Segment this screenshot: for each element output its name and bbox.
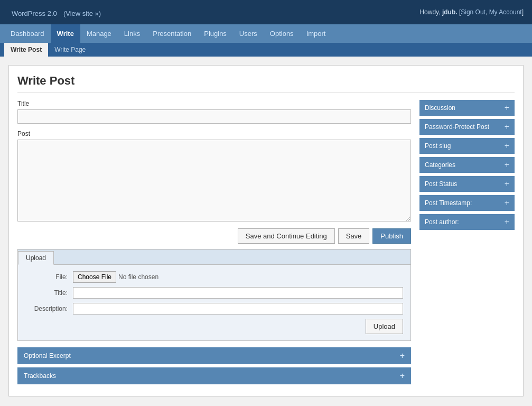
bottom-panels: Optional Excerpt + Trackbacks + <box>17 347 411 384</box>
subnav-write-post[interactable]: Write Post <box>4 43 48 57</box>
save-button[interactable]: Save <box>338 228 370 244</box>
nav-dashboard[interactable]: Dashboard <box>4 24 51 43</box>
password-protect-label: Password-Protect Post <box>425 123 489 131</box>
upload-body: File: Choose File No file chosen Title: … <box>18 264 410 340</box>
discussion-header[interactable]: Discussion + <box>419 100 515 116</box>
sub-nav: Write Post Write Page <box>0 43 532 57</box>
discussion-plus-icon: + <box>505 103 509 113</box>
site-title-text: WordPress 2.0 <box>12 10 57 17</box>
post-textarea[interactable] <box>17 140 411 222</box>
file-label: File: <box>25 273 73 281</box>
action-buttons: Save and Continue Editing Save Publish <box>17 228 411 244</box>
nav-presentation[interactable]: Presentation <box>146 24 198 43</box>
post-timestamp-header[interactable]: Post Timestamp: + <box>419 195 515 211</box>
categories-panel: Categories + <box>419 157 515 173</box>
post-label: Post <box>17 130 411 137</box>
password-protect-header[interactable]: Password-Protect Post + <box>419 119 515 135</box>
post-timestamp-plus-icon: + <box>505 198 509 208</box>
categories-plus-icon: + <box>505 160 509 170</box>
optional-excerpt-panel[interactable]: Optional Excerpt + <box>17 347 411 364</box>
save-continue-button[interactable]: Save and Continue Editing <box>238 228 335 244</box>
optional-excerpt-label: Optional Excerpt <box>24 352 71 359</box>
upload-submit-row: Upload <box>25 319 403 334</box>
upload-title-row: Title: <box>25 287 403 299</box>
post-slug-header[interactable]: Post slug + <box>419 138 515 154</box>
post-author-plus-icon: + <box>505 217 509 227</box>
nav-manage[interactable]: Manage <box>80 24 118 43</box>
post-timestamp-panel: Post Timestamp: + <box>419 195 515 211</box>
username-text: jdub. <box>442 8 458 16</box>
trackbacks-label: Trackbacks <box>24 372 56 380</box>
post-status-panel: Post Status + <box>419 176 515 192</box>
post-timestamp-label: Post Timestamp: <box>425 199 472 207</box>
upload-section: Upload File: Choose File No file chosen … <box>17 249 411 341</box>
upload-desc-label: Description: <box>25 305 73 312</box>
title-label: Title <box>17 100 411 107</box>
choose-file-button[interactable]: Choose File <box>73 271 116 283</box>
password-protect-plus-icon: + <box>505 122 509 132</box>
nav-users[interactable]: Users <box>233 24 264 43</box>
upload-title-label: Title: <box>25 289 73 297</box>
sign-out-link[interactable]: Sign Out <box>461 8 486 16</box>
post-author-panel: Post author: + <box>419 214 515 230</box>
categories-header[interactable]: Categories + <box>419 157 515 173</box>
sidebar: Discussion + Password-Protect Post + Pos… <box>419 100 515 387</box>
categories-label: Categories <box>425 161 455 169</box>
post-slug-panel: Post slug + <box>419 138 515 154</box>
main-left: Title Post Save and Continue Editing Sav… <box>17 100 411 387</box>
trackbacks-panel[interactable]: Trackbacks + <box>17 367 411 384</box>
upload-button[interactable]: Upload <box>366 319 403 334</box>
post-status-header[interactable]: Post Status + <box>419 176 515 192</box>
upload-desc-row: Description: <box>25 303 403 315</box>
title-input[interactable] <box>17 109 411 124</box>
post-slug-plus-icon: + <box>505 141 509 151</box>
post-author-label: Post author: <box>425 218 459 226</box>
view-site-link[interactable]: (View site ») <box>63 10 101 17</box>
discussion-panel: Discussion + <box>419 100 515 116</box>
post-status-label: Post Status <box>425 180 457 188</box>
nav-options[interactable]: Options <box>264 24 300 43</box>
publish-button[interactable]: Publish <box>372 228 411 244</box>
no-file-label: No file chosen <box>118 273 158 281</box>
write-post-container: Write Post Title Post Save and Continue … <box>8 65 524 396</box>
site-title: WordPress 2.0 (View site ») <box>8 5 101 19</box>
site-header: WordPress 2.0 (View site ») Howdy, jdub.… <box>0 0 532 24</box>
nav-links[interactable]: Links <box>118 24 146 43</box>
upload-desc-input[interactable] <box>73 303 403 315</box>
page-content: Write Post Title Post Save and Continue … <box>0 57 532 406</box>
password-protect-panel: Password-Protect Post + <box>419 119 515 135</box>
nav-plugins[interactable]: Plugins <box>198 24 233 43</box>
post-slug-label: Post slug <box>425 142 451 150</box>
nav-write[interactable]: Write <box>51 24 80 43</box>
greeting-text: Howdy, <box>419 8 440 16</box>
upload-tab-bar: Upload <box>18 250 410 264</box>
page-title: Write Post <box>17 74 515 93</box>
discussion-label: Discussion <box>425 104 455 112</box>
optional-excerpt-plus-icon: + <box>400 351 405 361</box>
file-row: File: Choose File No file chosen <box>25 271 403 283</box>
main-layout: Title Post Save and Continue Editing Sav… <box>17 100 515 387</box>
main-nav: Dashboard Write Manage Links Presentatio… <box>0 24 532 43</box>
user-info: Howdy, jdub. [Sign Out, My Account] <box>419 8 524 16</box>
trackbacks-plus-icon: + <box>400 371 405 381</box>
my-account-link[interactable]: My Account <box>489 8 522 16</box>
post-author-header[interactable]: Post author: + <box>419 214 515 230</box>
nav-import[interactable]: Import <box>300 24 332 43</box>
upload-title-input[interactable] <box>73 287 403 299</box>
subnav-write-page[interactable]: Write Page <box>48 43 92 57</box>
upload-tab[interactable]: Upload <box>18 251 54 265</box>
post-status-plus-icon: + <box>505 179 509 189</box>
